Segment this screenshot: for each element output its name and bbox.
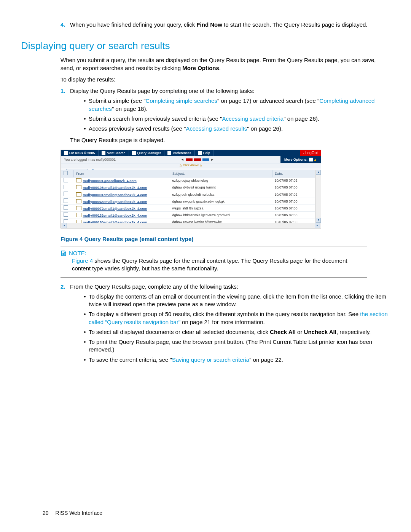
step2-bullets: To display the contents of an email or d…: [81, 293, 390, 364]
row-date: 10/07/05 07:02: [272, 191, 315, 198]
row-date: 10/07/05 07:00: [272, 184, 315, 191]
bullet-view-item: To display the contents of an email or d…: [81, 293, 390, 308]
envelope-icon: [76, 178, 81, 182]
row-from[interactable]: muffy000048email1@sandbox2k_4.com: [74, 198, 170, 205]
table-row[interactable]: muffy000001@sandbox2k_4.comezfqq uqjsq w…: [61, 177, 315, 184]
screenshot-query-results: HP RISS © 2005 New Search Query Manager …: [61, 150, 321, 228]
link-saved-results[interactable]: Accessing saved results: [186, 125, 247, 132]
row-checkbox[interactable]: [61, 205, 74, 212]
envelope-icon: [76, 220, 81, 223]
square-icon: [132, 151, 136, 155]
link-simple-searches[interactable]: Completing simple searches: [146, 97, 217, 104]
row-date: 10/07/05 07:00: [272, 212, 315, 219]
intro-paragraph: When you submit a query, the results are…: [61, 56, 390, 72]
step1-bullets: Submit a simple (see "Completing simple …: [81, 97, 390, 133]
row-subject: dghaw hftlmznwke lgcbvtuze grbdwcd: [170, 212, 272, 219]
note-rule-top: [61, 246, 367, 246]
row-from[interactable]: muffy000108email1@sandbox2k_4.com: [74, 184, 170, 191]
shot-topbar: HP RISS © 2005 New Search Query Manager …: [61, 150, 321, 156]
page-footer: 20RISS Web Interface: [43, 510, 102, 517]
square-icon: [309, 158, 313, 161]
triangle-icon: △: [180, 163, 182, 168]
section-heading: Displaying query or search results: [21, 39, 390, 53]
bullet-saved-criteria: Submit a search from previously saved cr…: [81, 115, 390, 123]
results-table: From Subject: Date: muffy000001@sandbox2…: [61, 170, 315, 223]
nav-preferences[interactable]: Preferences: [164, 150, 195, 156]
bullet-nav-bar: To display a different group of 50 resul…: [81, 310, 390, 326]
row-date: 10/07/05 07:02: [272, 177, 315, 184]
scroll-up-icon[interactable]: ▴: [316, 170, 321, 175]
step-text: From the Query Results page, complete an…: [70, 283, 238, 291]
step-1: 1. Display the Query Results page by com…: [61, 87, 390, 95]
envelope-icon: [76, 213, 81, 217]
link-figure-4[interactable]: Figure 4: [72, 257, 93, 264]
nav-query-manager[interactable]: Query Manager: [129, 150, 165, 156]
table-row[interactable]: muffy000180email1@sandbox2k_4.comdghaw u…: [61, 219, 315, 223]
bullet-check-uncheck: To select all displayed documents or cle…: [81, 328, 390, 336]
note-icon: [61, 250, 67, 256]
row-checkbox[interactable]: [61, 198, 74, 205]
row-checkbox[interactable]: [61, 212, 74, 219]
scroll-right-icon[interactable]: ▸: [315, 223, 320, 228]
col-from[interactable]: From: [74, 170, 170, 177]
col-subject[interactable]: Subject:: [170, 170, 272, 177]
row-subject: ezfqq uqjsq wblue iebrg: [170, 177, 272, 184]
step-number: 4.: [61, 21, 70, 29]
link-saved-criteria[interactable]: Accessing saved criteria: [222, 115, 284, 122]
more-options-button[interactable]: More Options:▲: [280, 156, 321, 163]
row-from[interactable]: muffy000001@sandbox2k_4.com: [74, 177, 170, 184]
bullet-icon: [81, 328, 89, 336]
row-checkbox[interactable]: [61, 184, 74, 191]
row-from[interactable]: muffy000180email1@sandbox2k_4.com: [74, 219, 170, 223]
row-subject: dghaw uxwpq lwmint hftlmznwke: [170, 219, 272, 223]
table-row[interactable]: muffy000048email1@sandbox2k_4.comdghaw n…: [61, 198, 315, 205]
logout-button[interactable]: LogOut: [300, 150, 321, 156]
table-row[interactable]: muffy000108email1@sandbox2k_4.comdghaw d…: [61, 184, 315, 191]
envelope-icon: [76, 199, 81, 203]
hp-brand: HP RISS © 2005: [61, 150, 99, 156]
table-row[interactable]: muffy000072email1@sandbox2k_4.comwsjps j…: [61, 205, 315, 212]
bullet-save-criteria: To save the current criteria, see "Savin…: [81, 356, 390, 364]
note-body: Figure 4 shows the Query Results page fo…: [72, 257, 367, 273]
row-checkbox[interactable]: [61, 177, 74, 184]
scroll-down-icon[interactable]: ▾: [316, 218, 321, 223]
bullet-icon: [81, 125, 89, 133]
logged-in-as: You are logged in as muffy000001: [61, 157, 116, 162]
link-saving-criteria[interactable]: Saving query or search criteria: [172, 356, 249, 363]
row-date: 10/07/05 07:00: [272, 219, 315, 223]
scroll-left-icon[interactable]: ◂: [62, 223, 67, 228]
row-from[interactable]: muffy000072email1@sandbox2k_4.com: [74, 205, 170, 212]
bullet-print: To print the Query Results page, use the…: [81, 338, 390, 354]
row-from[interactable]: muffy000132email1@sandbox2k_4.com: [74, 212, 170, 219]
square-icon: [102, 151, 105, 155]
row-checkbox[interactable]: [61, 219, 74, 223]
col-date[interactable]: Date:: [272, 170, 315, 177]
vertical-scrollbar[interactable]: ▴ ▾: [315, 170, 321, 223]
table-row[interactable]: muffy000001email2@sandbox2k_4.comezfqq o…: [61, 191, 315, 198]
table-row[interactable]: muffy000132email1@sandbox2k_4.comdghaw h…: [61, 212, 315, 219]
step-number: 2.: [61, 283, 70, 291]
note-rule-bottom: [61, 277, 367, 278]
row-date: 10/07/05 07:00: [272, 198, 315, 205]
bullet-submit-simple: Submit a simple (see "Completing simple …: [81, 97, 390, 113]
to-display: To display the results:: [61, 76, 390, 83]
square-icon: [198, 151, 202, 155]
nav-help[interactable]: Help: [195, 150, 214, 156]
col-checkbox[interactable]: [61, 170, 74, 177]
results-displayed: The Query Results page is displayed.: [70, 136, 390, 144]
row-from[interactable]: muffy000001email2@sandbox2k_4.com: [74, 191, 170, 198]
bullet-icon: [81, 338, 89, 354]
row-subject: ezfqq ouh qlcookdi nvrbulxz: [170, 191, 272, 198]
row-date: 10/07/05 07:00: [272, 205, 315, 212]
horizontal-scrollbar[interactable]: ◂ ▸: [61, 223, 321, 228]
bullet-icon: [81, 97, 89, 113]
row-subject: dghaw dvbvejt uxwpq lwmint: [170, 184, 272, 191]
envelope-icon: [76, 206, 81, 210]
nav-new-search[interactable]: New Search: [99, 150, 129, 156]
row-subject: wsjps jsfdt ftn zjqzsa: [170, 205, 272, 212]
envelope-icon: [76, 192, 81, 197]
document-page: 4. When you have finished defining your …: [0, 0, 411, 532]
footer-title: RISS Web Interface: [56, 510, 102, 516]
row-checkbox[interactable]: [61, 191, 74, 198]
click-above-nav: ◄ ►: [116, 157, 280, 162]
